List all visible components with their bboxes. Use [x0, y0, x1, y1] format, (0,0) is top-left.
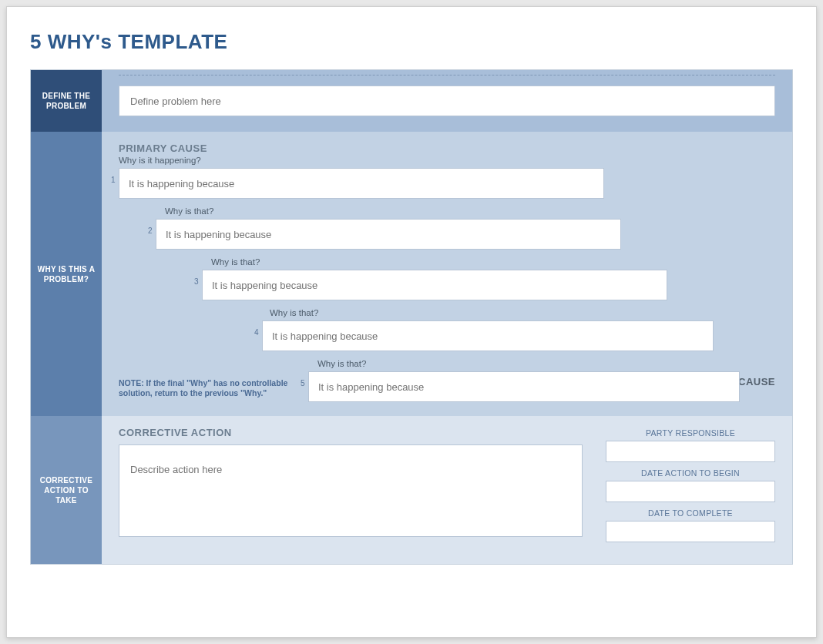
label-date-begin: DATE ACTION TO BEGIN	[606, 468, 775, 478]
row-define-problem: DEFINE THE PROBLEM	[31, 70, 792, 132]
why-step-5: 5 Why is that? NOTE: If the final "Why" …	[119, 359, 775, 402]
page-container: 5 WHY's TEMPLATE DEFINE THE PROBLEM WHY …	[6, 6, 817, 638]
why-step-2: 2 Why is that?	[119, 206, 775, 250]
page-title: 5 WHY's TEMPLATE	[30, 30, 793, 54]
label-date-complete: DATE TO COMPLETE	[606, 508, 775, 518]
why-prompt: Why is it happening?	[119, 156, 775, 165]
why-note: NOTE: If the final "Why" has no controll…	[119, 378, 288, 399]
input-define-problem[interactable]	[119, 86, 775, 116]
why-number: 3	[194, 277, 199, 286]
label-corrective-action: CORRECTIVE ACTION TO TAKE	[31, 416, 102, 564]
why-step-3: 3 Why is that?	[119, 257, 775, 300]
heading-corrective-action: CORRECTIVE ACTION	[119, 427, 583, 438]
content-action: CORRECTIVE ACTION PARTY RESPONSIBLE DATE…	[102, 416, 792, 564]
row-corrective-action: CORRECTIVE ACTION TO TAKE CORRECTIVE ACT…	[31, 416, 792, 564]
heading-primary-cause: PRIMARY CAUSE	[119, 143, 775, 154]
input-date-complete[interactable]	[606, 521, 775, 542]
why-input-2[interactable]	[156, 219, 621, 250]
why-prompt: Why is that?	[165, 206, 775, 216]
why-prompt: Why is that?	[270, 308, 775, 317]
why-number: 1	[111, 176, 116, 184]
label-party-responsible: PARTY RESPONSIBLE	[606, 428, 775, 438]
form-wrapper: DEFINE THE PROBLEM WHY IS THIS A PROBLEM…	[30, 69, 793, 565]
why-input-4[interactable]	[262, 320, 714, 351]
content-define	[102, 70, 792, 132]
why-number: 5	[301, 379, 305, 387]
why-prompt: Why is that?	[211, 257, 775, 267]
input-party-responsible[interactable]	[606, 441, 775, 462]
why-step-1: 1 Why is it happening?	[119, 156, 775, 199]
textarea-action[interactable]	[119, 444, 583, 537]
why-step-4: 4 Why is that?	[119, 308, 775, 351]
why-number: 2	[148, 226, 153, 235]
why-prompt: Why is that?	[317, 359, 775, 368]
why-input-3[interactable]	[202, 270, 667, 300]
content-why: PRIMARY CAUSE 1 Why is it happening? 2 W…	[102, 132, 792, 416]
input-date-begin[interactable]	[606, 481, 775, 502]
label-define-problem: DEFINE THE PROBLEM	[31, 70, 102, 132]
why-input-5[interactable]	[308, 371, 740, 402]
label-why-problem: WHY IS THIS A PROBLEM?	[31, 132, 102, 416]
row-why-problem: WHY IS THIS A PROBLEM? PRIMARY CAUSE 1 W…	[31, 132, 792, 416]
why-input-1[interactable]	[119, 168, 604, 199]
why-number: 4	[254, 328, 259, 337]
dashed-divider	[119, 75, 775, 75]
